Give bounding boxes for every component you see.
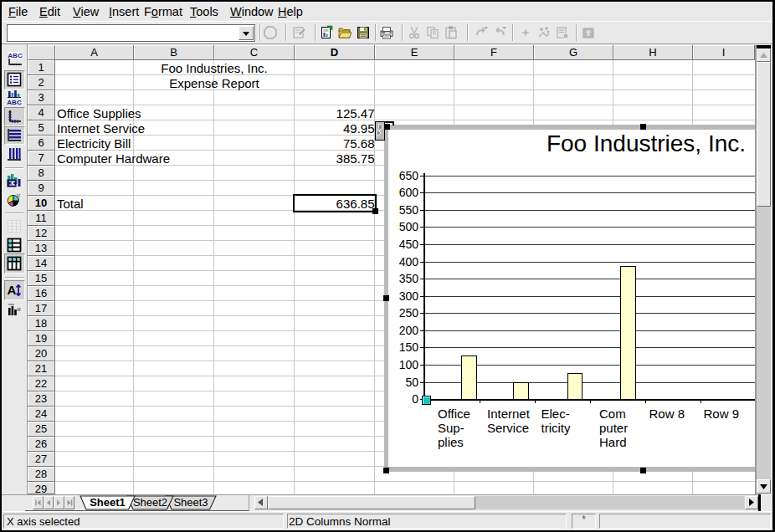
svg-text:ABC: ABC <box>8 52 23 59</box>
svg-text:Sheet2: Sheet2 <box>133 496 167 509</box>
svg-text:Sheet1: Sheet1 <box>90 496 126 509</box>
svg-text:A: A <box>8 283 17 297</box>
svg-text:Sheet3: Sheet3 <box>173 496 208 509</box>
svg-text:ABC: ABC <box>7 99 22 106</box>
